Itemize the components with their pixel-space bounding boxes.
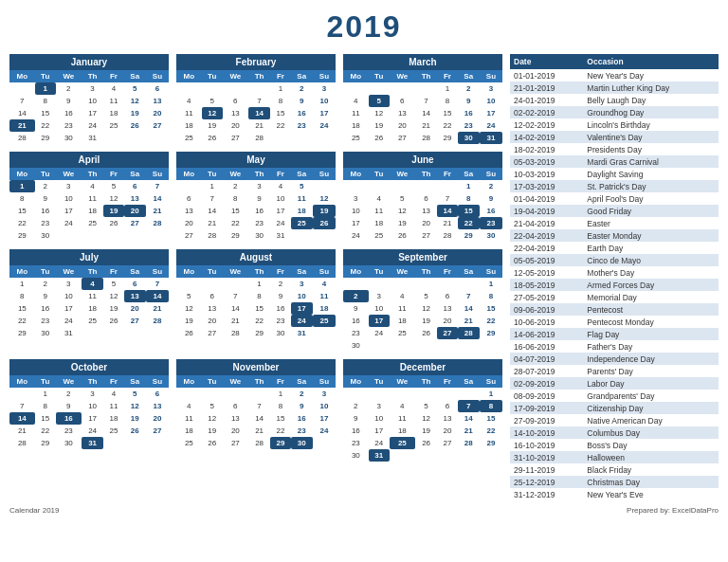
col-header-we: We (56, 70, 82, 82)
day-cell: 2 (343, 290, 369, 302)
day-cell: 4 (390, 290, 415, 302)
day-cell: 17 (291, 302, 313, 315)
cal-table-april: MoTuWeThFrSaSu12345678910111213141516171… (9, 168, 169, 242)
day-cell: 9 (35, 290, 56, 302)
day-cell: 19 (415, 425, 437, 437)
day-cell: 18 (82, 205, 103, 217)
day-cell: 9 (248, 192, 270, 205)
day-cell: 24 (369, 327, 390, 339)
occasion-name: Columbus Day (583, 426, 719, 439)
occasion-date: 22-04-2019 (510, 242, 583, 254)
day-cell: 31 (270, 229, 290, 242)
col-header-th: Th (415, 168, 437, 180)
day-cell: 1 (437, 82, 457, 95)
occasion-name: Father's Day (583, 340, 719, 353)
calendars-section: JanuaryMoTuWeThFrSaSu1234567891011121314… (9, 54, 502, 500)
occasion-name: Flag Day (583, 328, 719, 340)
occasion-date: 28-07-2019 (510, 365, 583, 377)
day-cell (313, 180, 336, 192)
occasion-date: 31-10-2019 (510, 451, 583, 463)
day-cell: 5 (103, 180, 123, 192)
day-cell: 26 (390, 229, 415, 242)
day-cell (313, 437, 336, 449)
day-cell: 4 (103, 388, 123, 400)
day-cell: 14 (9, 412, 35, 425)
occasion-name: Pentecost (583, 303, 719, 316)
day-cell: 20 (124, 205, 146, 217)
day-cell (146, 327, 169, 339)
occasion-name: Pentecost Monday (583, 316, 719, 328)
day-cell: 11 (103, 400, 123, 412)
day-cell: 2 (291, 82, 313, 95)
cal-table-june: MoTuWeThFrSaSu12345678910111213141516171… (343, 168, 502, 242)
day-cell (291, 229, 313, 242)
day-cell: 18 (390, 425, 415, 437)
day-cell: 9 (35, 192, 56, 205)
day-cell: 2 (56, 82, 82, 95)
day-cell (343, 180, 369, 192)
footer: Calendar 2019 Prepared by: ExcelDataPro (9, 506, 719, 515)
day-cell: 9 (270, 290, 290, 302)
day-cell: 19 (176, 315, 202, 327)
day-cell: 11 (313, 290, 336, 302)
day-cell: 25 (82, 217, 103, 229)
day-cell: 16 (35, 302, 56, 315)
day-cell: 28 (202, 229, 223, 242)
day-cell: 31 (82, 437, 103, 449)
col-header-su: Su (146, 265, 169, 278)
cal-table-october: MoTuWeThFrSaSu12345678910111213141516171… (9, 375, 169, 449)
day-cell: 4 (82, 180, 103, 192)
occasion-name: Independence Day (583, 353, 719, 365)
month-april: AprilMoTuWeThFrSaSu123456789101112131415… (9, 152, 169, 242)
day-cell (415, 339, 437, 352)
occasion-date: 18-05-2019 (510, 279, 583, 291)
day-cell: 13 (176, 205, 202, 217)
occasion-date: 04-07-2019 (510, 353, 583, 365)
col-header-mo: Mo (343, 168, 369, 180)
day-cell: 26 (176, 327, 202, 339)
col-header-th: Th (82, 70, 103, 82)
day-cell: 8 (248, 290, 270, 302)
col-header-mo: Mo (9, 265, 35, 278)
occasion-date: 10-03-2019 (510, 168, 583, 180)
day-cell: 27 (176, 229, 202, 242)
month-title-december: December (343, 359, 502, 375)
day-cell: 28 (458, 327, 480, 339)
occasion-name: Christmas Day (583, 476, 719, 488)
day-cell: 3 (313, 82, 336, 95)
day-cell: 27 (146, 425, 169, 437)
occasion-name: New Year's Eve (583, 488, 719, 500)
month-july: JulyMoTuWeThFrSaSu1234567891011121314151… (9, 249, 169, 352)
day-cell: 25 (103, 425, 123, 437)
occasions-table: Date Occasion 01-01-2019New Year's Day21… (510, 54, 719, 500)
day-cell: 9 (343, 302, 369, 315)
day-cell: 27 (202, 327, 223, 339)
day-cell: 20 (437, 425, 457, 437)
col-header-tu: Tu (369, 375, 390, 388)
day-cell: 2 (480, 180, 502, 192)
day-cell: 22 (480, 315, 502, 327)
day-cell: 3 (82, 82, 103, 95)
occasion-name: Native American Day (583, 414, 719, 426)
day-cell: 16 (291, 412, 313, 425)
day-cell: 8 (35, 400, 56, 412)
occasion-date: 08-09-2019 (510, 390, 583, 402)
day-cell: 23 (480, 217, 502, 229)
day-cell: 25 (103, 119, 123, 132)
occasion-date: 18-02-2019 (510, 143, 583, 155)
month-march: MarchMoTuWeThFrSaSu123456789101112131415… (343, 54, 502, 144)
col-header-fr: Fr (103, 265, 123, 278)
col-header-we: We (223, 265, 248, 278)
day-cell: 23 (343, 437, 369, 449)
day-cell: 10 (82, 95, 103, 107)
day-cell (176, 388, 202, 400)
day-cell: 9 (458, 95, 480, 107)
day-cell: 21 (146, 302, 169, 315)
day-cell: 30 (248, 229, 270, 242)
day-cell: 21 (9, 425, 35, 437)
day-cell: 23 (35, 315, 56, 327)
col-header-fr: Fr (437, 265, 457, 278)
col-header-tu: Tu (202, 375, 223, 388)
month-title-january: January (9, 54, 169, 70)
day-cell (390, 388, 415, 400)
